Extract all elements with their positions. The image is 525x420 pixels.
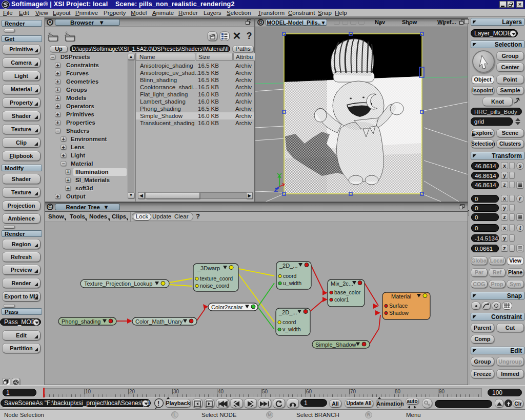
svg-text:Simple_Shadow: Simple_Shadow [315, 342, 356, 348]
svg-text:_3Dwarp: _3Dwarp [197, 265, 220, 271]
svg-text:Shadow: Shadow [389, 310, 409, 316]
svg-text:coord: coord [282, 319, 296, 325]
svg-text:coord: coord [283, 273, 296, 279]
svg-text:_2D_...: _2D_... [279, 263, 297, 269]
svg-text:texture_coord: texture_coord [200, 275, 233, 282]
svg-text:Mix_2c...: Mix_2c... [331, 281, 353, 287]
svg-text:base_color: base_color [334, 289, 361, 295]
svg-text:Surface: Surface [389, 303, 408, 309]
svg-text:u_width: u_width [283, 280, 301, 286]
svg-text:noise_coord: noise_coord [200, 283, 229, 289]
svg-text:color1: color1 [334, 296, 349, 303]
svg-text:Material: Material [391, 293, 411, 299]
svg-text:v_width: v_width [282, 326, 301, 332]
svg-text:Texture_Projection_Lookup: Texture_Projection_Lookup [84, 281, 152, 287]
svg-text:!: ! [157, 399, 159, 407]
svg-text:_2D_...: _2D_... [278, 309, 297, 315]
svg-text:Color2scalar: Color2scalar [211, 304, 243, 310]
svg-text:Color_Math_Unary: Color_Math_Unary [135, 318, 183, 325]
svg-text:Phong_shading: Phong_shading [62, 318, 100, 325]
